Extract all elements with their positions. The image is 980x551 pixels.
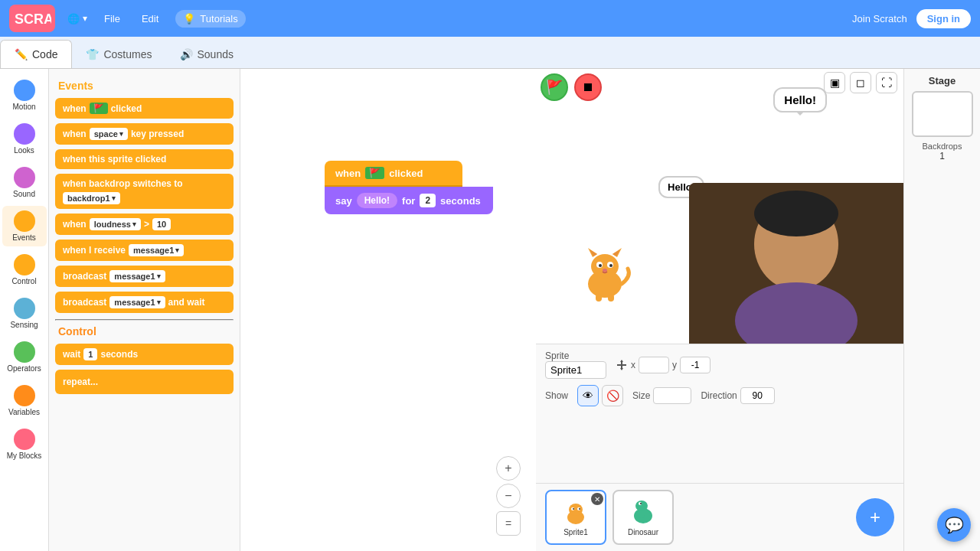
canvas-script-group: when 🚩 clicked say Hello! for 2 seconds	[325, 161, 493, 214]
sprite-thumb-sprite1[interactable]: ✕ Sprite1	[545, 490, 606, 545]
block-categories: Motion Looks Sound Events Control Sensin…	[0, 69, 49, 551]
sprite-thumb-dinosaur[interactable]: Dinosaur	[612, 490, 674, 545]
svg-point-11	[603, 269, 607, 272]
svg-point-10	[609, 264, 612, 267]
category-events[interactable]: Events	[2, 206, 47, 246]
sprite-thumb-image	[560, 499, 591, 527]
svg-text:SCRATCH: SCRATCH	[15, 11, 51, 27]
sign-in-button[interactable]: Sign in	[916, 9, 971, 28]
show-sprite-button[interactable]: 👁	[577, 385, 599, 406]
code-icon: ✏️	[15, 48, 28, 60]
svg-point-33	[573, 508, 574, 510]
tab-costumes[interactable]: 👕 Costumes	[72, 40, 165, 68]
sprite-list: ✕ Sprite1 Din	[536, 483, 903, 551]
zoom-in-button[interactable]: +	[496, 456, 521, 481]
script-area: when 🚩 clicked say Hello! for 2 seconds …	[240, 69, 536, 551]
block-when-flag-clicked[interactable]: when 🚩 clicked	[55, 98, 234, 119]
dino-thumb-image	[628, 499, 658, 527]
sprite-info-top-row: Sprite x y	[545, 350, 894, 379]
small-stage-button[interactable]: ▣	[824, 72, 845, 93]
webcam-feed	[689, 183, 903, 344]
large-stage-button[interactable]: ◻	[850, 72, 871, 93]
stage-thumbnail[interactable]	[912, 91, 973, 137]
canvas-block-when-clicked[interactable]: when 🚩 clicked	[325, 161, 462, 187]
category-motion[interactable]: Motion	[2, 75, 47, 116]
svg-point-37	[635, 500, 648, 511]
svg-point-30	[569, 504, 583, 516]
webcam-overlay	[689, 183, 903, 344]
tab-code[interactable]: ✏️ Code	[0, 40, 72, 68]
costumes-icon: 👕	[86, 48, 99, 60]
hide-sprite-button[interactable]: 🚫	[602, 385, 623, 406]
join-scratch-link[interactable]: Join Scratch	[852, 13, 907, 24]
svg-rect-13	[608, 294, 614, 302]
x-coordinate-group: x y	[616, 357, 710, 373]
category-looks[interactable]: Looks	[2, 119, 47, 159]
svg-rect-12	[596, 294, 602, 302]
y-coordinate-input[interactable]	[680, 357, 710, 373]
category-myblocks[interactable]: My Blocks	[2, 424, 47, 465]
green-flag-button[interactable]: 🚩	[541, 73, 568, 101]
category-operators[interactable]: Operators	[2, 337, 47, 377]
stage-sidebar: Stage Backdrops 1	[903, 69, 980, 551]
block-when-sprite-clicked[interactable]: when this sprite clicked	[55, 149, 234, 169]
block-when-receive[interactable]: when I receive message1 ▾	[55, 240, 234, 261]
block-broadcast[interactable]: broadcast message1 ▾	[55, 266, 234, 287]
chat-button[interactable]: 💬	[937, 508, 971, 542]
delete-sprite-button[interactable]: ✕	[591, 493, 603, 505]
block-repeat[interactable]: repeat...	[55, 370, 234, 394]
tutorials-button[interactable]: 💡 Tutorials	[175, 10, 245, 28]
category-sensing[interactable]: Sensing	[2, 293, 47, 334]
sounds-icon: 🔊	[180, 48, 193, 60]
stop-button[interactable]: ⏹	[574, 73, 602, 101]
cat-sprite	[574, 242, 635, 303]
section-title-control: Control	[58, 325, 234, 337]
tab-bar: ✏️ Code 👕 Costumes 🔊 Sounds	[0, 37, 980, 69]
blocks-panel: Events when 🚩 clicked when space ▾ key p…	[49, 69, 240, 551]
zoom-out-button[interactable]: −	[496, 484, 521, 508]
backdrops-label: Backdrops	[923, 142, 962, 151]
svg-point-34	[579, 508, 580, 510]
tab-sounds[interactable]: 🔊 Sounds	[166, 40, 247, 68]
x-coordinate-input[interactable]	[639, 357, 669, 373]
right-panel: 🚩 ⏹ ▣ ◻ ⛶ Hello! Hello!	[536, 69, 903, 551]
direction-input[interactable]	[740, 387, 775, 404]
svg-point-9	[599, 264, 602, 267]
nav-right: Join Scratch Sign in	[852, 9, 971, 28]
stage-playback-controls: 🚩 ⏹	[541, 73, 602, 101]
stage-hello-bubble: Hello!	[773, 87, 827, 112]
svg-point-28	[754, 191, 838, 236]
edit-menu[interactable]: Edit	[137, 10, 163, 28]
block-when-loudness[interactable]: when loudness ▾ > 10	[55, 214, 234, 235]
scratch-logo[interactable]: SCRATCH	[9, 5, 55, 32]
category-variables[interactable]: Variables	[2, 380, 47, 421]
arrows-icon	[616, 359, 628, 371]
block-broadcast-wait[interactable]: broadcast message1 ▾ and wait	[55, 292, 234, 313]
stage-view-options: ▣ ◻ ⛶	[824, 72, 897, 93]
top-navigation: SCRATCH 🌐 ▾ File Edit 💡 Tutorials Join S…	[0, 0, 980, 37]
main-layout: Motion Looks Sound Events Control Sensin…	[0, 69, 980, 551]
zoom-fit-button[interactable]: =	[496, 511, 521, 536]
stage-cat-container: Hello!	[574, 242, 635, 305]
stage-label: Stage	[929, 75, 956, 86]
stage-viewport: 🚩 ⏹ ▣ ◻ ⛶ Hello! Hello!	[536, 69, 903, 344]
canvas-block-say[interactable]: say Hello! for 2 seconds	[325, 187, 493, 214]
section-title-events: Events	[58, 80, 234, 92]
block-wait[interactable]: wait 1 seconds	[55, 344, 234, 365]
category-control[interactable]: Control	[2, 249, 47, 290]
block-when-key-pressed[interactable]: when space ▾ key pressed	[55, 123, 234, 145]
svg-point-39	[640, 503, 642, 504]
add-sprite-button[interactable]: +	[856, 498, 894, 536]
sprite-info-panel: Sprite x y	[536, 344, 903, 483]
zoom-controls: + − =	[496, 456, 521, 536]
size-input[interactable]	[653, 387, 691, 404]
category-sound[interactable]: Sound	[2, 162, 47, 203]
fullscreen-button[interactable]: ⛶	[876, 72, 897, 93]
language-selector[interactable]: 🌐 ▾	[67, 13, 87, 24]
svg-point-2	[591, 254, 619, 279]
sprite-info-second-row: Show 👁 🚫 Size Direction	[545, 385, 894, 406]
block-when-backdrop-switches[interactable]: when backdrop switches to backdrop1 ▾	[55, 174, 234, 209]
backdrops-count: 1	[939, 151, 945, 161]
sprite-name-input[interactable]	[545, 361, 606, 379]
file-menu[interactable]: File	[100, 10, 125, 28]
